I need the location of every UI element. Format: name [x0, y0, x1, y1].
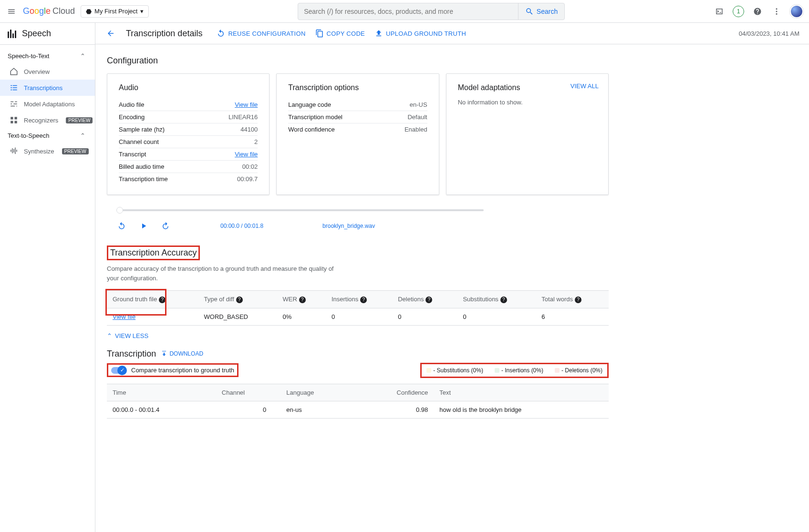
svg-point-0	[776, 8, 778, 10]
svg-point-1	[776, 10, 778, 12]
options-card: Transcription options Language codeen-US…	[276, 73, 439, 195]
ground-truth-file-link[interactable]: View file	[113, 313, 135, 320]
table-row: 00:00.0 - 00:01.4 0 en-us 0.98 how old i…	[107, 401, 609, 418]
download-button[interactable]: DOWNLOAD	[161, 350, 203, 357]
sidebar-item-model-adaptations[interactable]: Model Adaptations	[0, 96, 95, 112]
accuracy-table: Ground truth file? Type of diff? WER? In…	[107, 290, 609, 326]
accuracy-title-highlight: Transcription Accuracy	[107, 246, 200, 260]
player-seek-slider[interactable]	[116, 209, 484, 211]
chevron-up-icon: ⌃	[78, 52, 87, 60]
transcript-file-link[interactable]: View file	[235, 151, 258, 158]
project-icon: ⬣	[86, 8, 92, 15]
home-icon	[10, 67, 18, 76]
table-row: View file WORD_BASED 0% 0 0 0 6	[107, 308, 609, 325]
chevron-down-icon: ▾	[140, 8, 144, 15]
audio-card: Audio Audio fileView file EncodingLINEAR…	[107, 73, 270, 195]
tune-icon	[10, 100, 18, 108]
player-filename: brooklyn_bridge.wav	[322, 223, 375, 229]
upload-ground-truth-button[interactable]: UPLOAD GROUND TRUTH	[374, 29, 466, 38]
wave-icon	[10, 147, 18, 155]
transcription-table: Time Channel Language Confidence Text 00…	[107, 384, 609, 419]
reuse-config-button[interactable]: REUSE CONFIGURATION	[217, 29, 305, 38]
main-content: Transcription details REUSE CONFIGURATIO…	[95, 23, 809, 532]
check-icon: ✓	[117, 366, 127, 375]
rewind-button[interactable]	[116, 221, 127, 231]
play-button[interactable]	[138, 221, 149, 231]
page-title: Transcription details	[126, 29, 202, 39]
preview-badge: PREVIEW	[62, 148, 89, 154]
accuracy-description: Compare accuracy of the transcription to…	[107, 264, 345, 283]
notifications-badge[interactable]: 1	[733, 6, 744, 17]
svg-rect-3	[10, 117, 13, 119]
sidebar-item-transcriptions[interactable]: Transcriptions	[0, 80, 95, 96]
chevron-up-icon: ⌃	[78, 132, 87, 139]
compare-label: Compare transcription to ground truth	[131, 367, 234, 374]
hamburger-menu-icon[interactable]	[6, 6, 17, 17]
accuracy-title: Transcription Accuracy	[110, 248, 197, 257]
project-selector[interactable]: ⬣ My First Project ▾	[81, 5, 149, 18]
sidebar-item-synthesize[interactable]: Synthesize PREVIEW	[0, 143, 95, 159]
player-time: 00:00.0 / 00:01.8	[220, 223, 263, 229]
svg-rect-6	[15, 121, 17, 123]
help-icon[interactable]: ?	[299, 297, 306, 303]
compare-toggle[interactable]: ✓	[111, 367, 126, 374]
audio-player: 00:00.0 / 00:01.8 brooklyn_bridge.wav	[116, 209, 609, 231]
google-cloud-logo[interactable]: Google Cloud	[23, 6, 75, 16]
insertions-color-icon	[495, 368, 499, 373]
svg-point-2	[776, 13, 778, 14]
search-icon	[525, 7, 534, 16]
audio-file-link[interactable]: View file	[235, 101, 258, 108]
slider-thumb[interactable]	[116, 207, 123, 214]
help-icon[interactable]	[752, 6, 763, 17]
copy-code-button[interactable]: COPY CODE	[315, 29, 365, 38]
forward-button[interactable]	[160, 221, 171, 231]
back-button[interactable]	[105, 28, 116, 39]
preview-badge: PREVIEW	[66, 117, 93, 123]
deletions-color-icon	[555, 368, 560, 373]
diff-legend: - Substitutions (0%) - Insertions (0%) -…	[420, 363, 609, 378]
app-header: Google Cloud ⬣ My First Project ▾ Search…	[0, 0, 809, 23]
user-avatar[interactable]	[790, 5, 803, 18]
cloud-shell-icon[interactable]	[714, 6, 725, 17]
nav-section-stt[interactable]: Speech-to-Text ⌃	[0, 49, 95, 63]
search-button[interactable]: Search	[518, 3, 564, 20]
help-icon[interactable]: ?	[425, 297, 432, 303]
speech-icon	[8, 30, 16, 38]
svg-rect-5	[10, 121, 13, 123]
sidebar-title: Speech	[0, 23, 95, 45]
more-menu-icon[interactable]	[771, 6, 782, 17]
view-less-button[interactable]: ⌃ VIEW LESS	[107, 332, 609, 339]
compare-toggle-highlight: ✓ Compare transcription to ground truth	[107, 363, 239, 377]
grid-icon	[10, 116, 18, 124]
help-icon[interactable]: ?	[500, 297, 507, 303]
nav-section-tts[interactable]: Text-to-Speech ⌃	[0, 128, 95, 143]
timestamp: 04/03/2023, 10:41 AM	[739, 30, 799, 37]
col-ground-truth: Ground truth file?	[107, 291, 198, 308]
help-icon[interactable]: ?	[575, 297, 581, 303]
search-input[interactable]	[298, 8, 518, 15]
sidebar: Speech Speech-to-Text ⌃ Overview Transcr…	[0, 23, 95, 532]
project-name: My First Project	[94, 8, 137, 15]
help-icon[interactable]: ?	[360, 297, 367, 303]
sidebar-item-overview[interactable]: Overview	[0, 63, 95, 80]
sidebar-item-recognizers[interactable]: Recognizers PREVIEW	[0, 112, 95, 128]
chevron-up-icon: ⌃	[107, 332, 112, 339]
help-icon[interactable]: ?	[236, 297, 243, 303]
configuration-title: Configuration	[107, 56, 609, 66]
search-bar: Search	[298, 3, 565, 20]
page-toolbar: Transcription details REUSE CONFIGURATIO…	[95, 23, 809, 44]
adaptations-card: Model adaptations VIEW ALL No informatio…	[446, 73, 609, 195]
list-icon	[10, 83, 18, 92]
transcription-title: Transcription	[107, 349, 156, 359]
help-icon[interactable]: ?	[159, 297, 166, 303]
substitutions-color-icon	[426, 368, 431, 373]
view-all-link[interactable]: VIEW ALL	[570, 82, 599, 90]
svg-rect-4	[15, 117, 17, 119]
